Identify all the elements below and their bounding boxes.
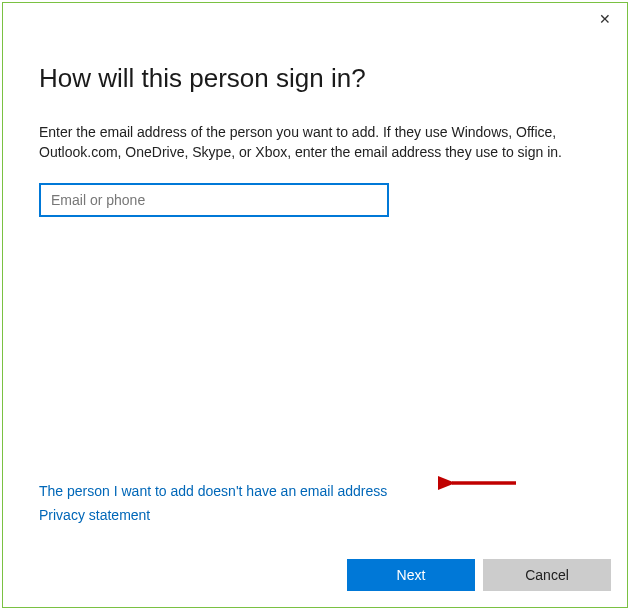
dialog-instructions: Enter the email address of the person yo… — [39, 122, 591, 163]
close-button[interactable]: ✕ — [582, 5, 627, 33]
close-icon: ✕ — [599, 11, 611, 27]
next-button[interactable]: Next — [347, 559, 475, 591]
dialog-content: How will this person sign in? Enter the … — [3, 33, 627, 549]
links-section: The person I want to add doesn't have an… — [39, 483, 591, 549]
titlebar: ✕ — [3, 3, 627, 33]
privacy-statement-link[interactable]: Privacy statement — [39, 507, 150, 523]
account-signin-dialog: ✕ How will this person sign in? Enter th… — [2, 2, 628, 608]
no-email-link[interactable]: The person I want to add doesn't have an… — [39, 483, 387, 499]
email-or-phone-input[interactable] — [39, 183, 389, 217]
cancel-button[interactable]: Cancel — [483, 559, 611, 591]
spacer — [39, 217, 591, 483]
dialog-footer: Next Cancel — [3, 549, 627, 607]
dialog-heading: How will this person sign in? — [39, 63, 591, 94]
